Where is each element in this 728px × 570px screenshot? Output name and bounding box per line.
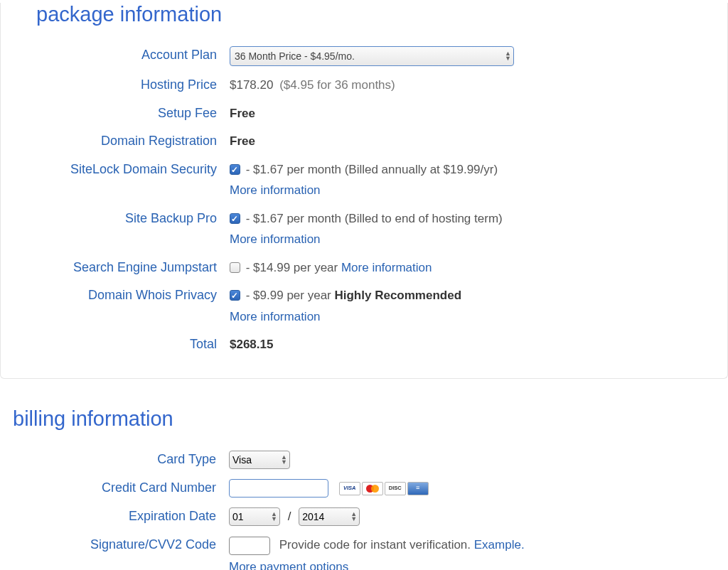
account-plan-select[interactable]: 36 Month Price - $4.95/mo. bbox=[230, 46, 514, 66]
exp-year-select[interactable]: 2014 bbox=[299, 507, 360, 526]
cc-number-input[interactable] bbox=[229, 479, 328, 498]
setup-fee-value: Free bbox=[230, 104, 720, 123]
whois-value-pre: - $9.99 per year bbox=[246, 289, 335, 302]
sitebackup-checkbox[interactable] bbox=[230, 213, 240, 224]
amex-icon: ≡ bbox=[407, 482, 429, 495]
exp-month-select[interactable]: 01 bbox=[229, 507, 280, 526]
hosting-price-value: $178.20 bbox=[230, 78, 273, 92]
sitebackup-label: Site Backup Pro bbox=[8, 210, 230, 226]
card-type-select-wrap[interactable]: Visa ▲▼ bbox=[229, 451, 290, 469]
package-info-section: package information Account Plan 36 Mont… bbox=[0, 3, 728, 379]
account-plan-select-wrap[interactable]: 36 Month Price - $4.95/mo. ▲▼ bbox=[230, 46, 514, 66]
total-row: Total $268.15 bbox=[8, 335, 720, 354]
account-plan-label: Account Plan bbox=[8, 46, 230, 63]
sitelock-more-info-link[interactable]: More information bbox=[230, 181, 720, 200]
expiration-row: Expiration Date 01 ▲▼ / 2014 ▲▼ bbox=[7, 507, 721, 526]
hosting-price-note: ($4.95 for 36 months) bbox=[279, 78, 395, 92]
sitebackup-more-info-link[interactable]: More information bbox=[230, 230, 720, 249]
exp-month-wrap[interactable]: 01 ▲▼ bbox=[229, 507, 280, 526]
sitelock-label: SiteLock Domain Security bbox=[8, 161, 230, 177]
more-payment-link[interactable]: More payment options bbox=[229, 558, 721, 571]
search-jump-checkbox[interactable] bbox=[230, 262, 240, 273]
whois-value-bold: Highly Recommended bbox=[334, 289, 461, 302]
billing-info-title: billing information bbox=[13, 407, 721, 431]
card-type-row: Card Type Visa ▲▼ bbox=[7, 451, 721, 469]
whois-checkbox[interactable] bbox=[230, 290, 240, 301]
sitebackup-row: Site Backup Pro - $1.67 per month (Bille… bbox=[8, 210, 720, 249]
cvv-note: Provide code for instant verification. bbox=[279, 538, 474, 552]
search-jump-row: Search Engine Jumpstart - $14.99 per yea… bbox=[8, 259, 720, 277]
cvv-label: Signature/CVV2 Code bbox=[7, 536, 229, 552]
discover-icon: DISC bbox=[385, 482, 406, 495]
cc-number-row: Credit Card Number VISA DISC ≡ bbox=[7, 479, 721, 498]
sitelock-value: - $1.67 per month (Billed annually at $1… bbox=[246, 163, 498, 176]
domain-reg-value: Free bbox=[230, 132, 720, 151]
package-info-title: package information bbox=[36, 3, 720, 26]
exp-year-wrap[interactable]: 2014 ▲▼ bbox=[299, 507, 360, 526]
whois-more-info-link[interactable]: More information bbox=[230, 308, 720, 326]
search-jump-more-info-link[interactable]: More information bbox=[341, 261, 432, 274]
domain-reg-label: Domain Registration bbox=[8, 132, 230, 149]
search-jump-value: - $14.99 per year bbox=[246, 261, 341, 274]
search-jump-label: Search Engine Jumpstart bbox=[8, 259, 230, 275]
hosting-price-row: Hosting Price $178.20 ($4.95 for 36 mont… bbox=[8, 76, 720, 95]
whois-label: Domain Whois Privacy bbox=[8, 286, 230, 303]
cc-number-label: Credit Card Number bbox=[7, 479, 229, 495]
card-brand-icons: VISA DISC ≡ bbox=[339, 482, 429, 495]
expiration-label: Expiration Date bbox=[7, 507, 229, 524]
whois-row: Domain Whois Privacy - $9.99 per year Hi… bbox=[8, 286, 720, 326]
domain-reg-row: Domain Registration Free bbox=[8, 132, 720, 151]
card-type-select[interactable]: Visa bbox=[229, 451, 290, 469]
setup-fee-row: Setup Fee Free bbox=[8, 104, 720, 123]
sitelock-checkbox[interactable] bbox=[230, 164, 240, 175]
cvv-example-link[interactable]: Example. bbox=[474, 538, 525, 552]
billing-info-section: billing information Card Type Visa ▲▼ Cr… bbox=[0, 407, 728, 571]
mastercard-icon bbox=[362, 482, 383, 495]
card-type-label: Card Type bbox=[7, 451, 229, 467]
setup-fee-label: Setup Fee bbox=[8, 104, 230, 121]
cvv-input[interactable] bbox=[229, 537, 270, 555]
sitelock-row: SiteLock Domain Security - $1.67 per mon… bbox=[8, 161, 720, 200]
hosting-price-label: Hosting Price bbox=[8, 76, 230, 92]
expiration-slash: / bbox=[288, 510, 291, 523]
total-label: Total bbox=[8, 335, 230, 352]
total-value: $268.15 bbox=[230, 335, 720, 354]
account-plan-row: Account Plan 36 Month Price - $4.95/mo. … bbox=[8, 46, 720, 66]
cvv-row: Signature/CVV2 Code Provide code for ins… bbox=[7, 536, 721, 570]
visa-icon: VISA bbox=[339, 482, 360, 495]
sitebackup-value: - $1.67 per month (Billed to end of host… bbox=[246, 212, 503, 225]
